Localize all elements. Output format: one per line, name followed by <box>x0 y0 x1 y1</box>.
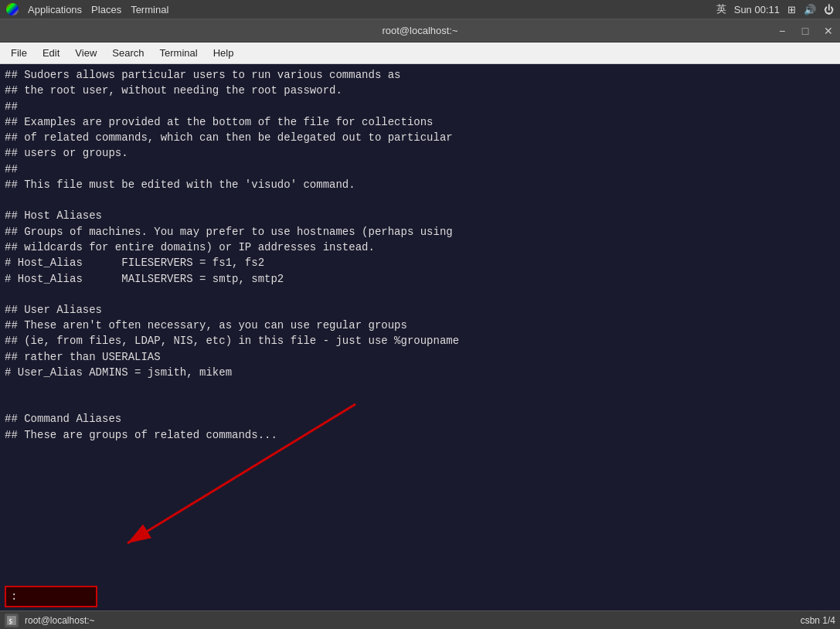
terminal-line: ## Groups of machines. You may prefer to… <box>5 224 835 240</box>
terminal-line <box>5 380 835 396</box>
terminal-line: ## These are groups of related commands.… <box>5 427 835 443</box>
terminal-line <box>5 192 835 208</box>
terminal-line: ## rather than USERALIAS <box>5 349 835 365</box>
language-indicator: 英 <box>716 2 726 16</box>
command-area: : <box>0 583 840 610</box>
system-bar: Applications Places Terminal 英 Sun 00:11… <box>0 0 840 19</box>
terminal-line: ## users or groups. <box>5 145 835 161</box>
terminal-line: ## Command Aliases <box>5 411 835 427</box>
terminal-line: ## Examples are provided at the bottom o… <box>5 114 835 130</box>
minimize-button[interactable]: − <box>770 19 794 42</box>
maximize-button[interactable]: □ <box>794 19 817 42</box>
terminal-line: ## (ie, from files, LDAP, NIS, etc) in t… <box>5 333 835 348</box>
power-icon: ⏻ <box>824 4 834 15</box>
terminal-line <box>5 396 835 411</box>
applications-menu[interactable]: Applications <box>28 4 82 15</box>
network-icon: ⊞ <box>787 4 796 15</box>
status-user: root@localhost:~ <box>25 615 95 626</box>
window-title: root@localhost:~ <box>382 25 457 36</box>
terminal-line: ## These aren't often necessary, as you … <box>5 318 835 333</box>
close-button[interactable]: ✕ <box>817 19 840 42</box>
terminal-line <box>5 287 835 302</box>
window-controls: − □ ✕ <box>770 19 840 42</box>
terminal-line: ## wildcards for entire domains) or IP a… <box>5 240 835 255</box>
terminal-line: ## <box>5 99 835 114</box>
terminal-line: # User_Alias ADMINS = jsmith, mikem <box>5 365 835 380</box>
places-menu[interactable]: Places <box>91 4 121 15</box>
app-icon <box>6 3 19 15</box>
status-position: csbn 1/4 <box>801 615 835 626</box>
clock: Sun 00:11 <box>734 4 780 15</box>
title-bar: root@localhost:~ − □ ✕ <box>0 19 840 42</box>
terminal-line: ## <box>5 162 835 177</box>
terminal-lines: ## Sudoers allows particular users to ru… <box>5 67 835 443</box>
menu-search[interactable]: Search <box>104 44 151 62</box>
command-input[interactable]: : <box>5 586 97 607</box>
terminal-status-icon: $ <box>5 614 19 627</box>
menu-view[interactable]: View <box>67 44 104 62</box>
terminal-line: ## Host Aliases <box>5 208 835 223</box>
status-bar: $ root@localhost:~ csbn 1/4 <box>0 610 840 629</box>
terminal-line: ## User Aliases <box>5 302 835 318</box>
terminal-line: # Host_Alias FILESERVERS = fs1, fs2 <box>5 255 835 270</box>
menu-bar: File Edit View Search Terminal Help <box>0 42 840 64</box>
terminal-line: ## Sudoers allows particular users to ru… <box>5 67 835 83</box>
svg-text:$: $ <box>9 617 12 625</box>
volume-icon: 🔊 <box>804 4 816 15</box>
terminal-line: ## This file must be edited with the 'vi… <box>5 177 835 192</box>
system-bar-left: Applications Places Terminal <box>6 3 168 15</box>
menu-file[interactable]: File <box>3 44 35 62</box>
menu-help[interactable]: Help <box>206 44 242 62</box>
menu-terminal[interactable]: Terminal <box>152 44 206 62</box>
status-left: $ root@localhost:~ <box>5 614 95 627</box>
menu-edit[interactable]: Edit <box>35 44 67 62</box>
terminal-content: ## Sudoers allows particular users to ru… <box>0 64 840 605</box>
terminal-line: ## the root user, without needing the ro… <box>5 83 835 98</box>
terminal-menu[interactable]: Terminal <box>131 4 168 15</box>
terminal-line: # Host_Alias MAILSERVERS = smtp, smtp2 <box>5 271 835 287</box>
system-bar-right: 英 Sun 00:11 ⊞ 🔊 ⏻ <box>716 2 834 16</box>
terminal-line: ## of related commands, which can then b… <box>5 130 835 145</box>
